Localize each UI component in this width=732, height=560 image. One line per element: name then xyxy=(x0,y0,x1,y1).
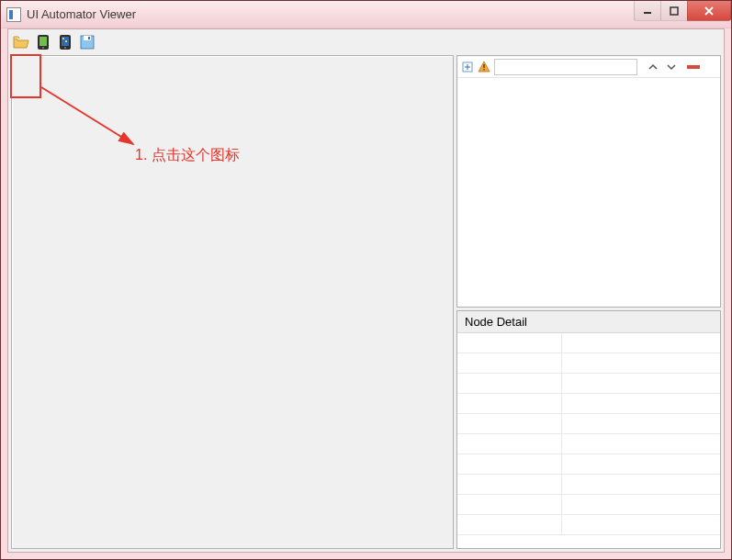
app-window: UI Automator Viewer xyxy=(0,0,732,560)
save-button[interactable] xyxy=(78,33,96,51)
svg-rect-15 xyxy=(483,64,484,68)
table-row xyxy=(457,515,720,535)
device-screenshot-button[interactable] xyxy=(34,33,52,51)
node-detail-pane: Node Detail xyxy=(456,310,721,549)
annotation-text: 1. 点击这个图标 xyxy=(135,146,240,165)
save-icon xyxy=(80,35,95,50)
chevron-down-icon xyxy=(666,62,677,72)
search-prev-button[interactable] xyxy=(647,61,659,73)
minimize-button[interactable] xyxy=(634,1,661,21)
svg-point-4 xyxy=(42,47,44,49)
window-controls xyxy=(635,1,731,21)
node-detail-table[interactable] xyxy=(457,333,720,548)
maximize-button[interactable] xyxy=(660,1,688,21)
device-hierarchy-button[interactable] xyxy=(56,33,74,51)
svg-point-9 xyxy=(64,47,66,49)
minimize-icon xyxy=(643,6,652,16)
hierarchy-tree[interactable] xyxy=(457,78,720,307)
svg-rect-12 xyxy=(88,37,90,39)
svg-line-13 xyxy=(41,87,133,144)
table-row xyxy=(457,454,720,475)
tree-search-input[interactable] xyxy=(494,59,637,75)
close-icon xyxy=(704,6,715,17)
svg-rect-1 xyxy=(670,7,678,15)
window-title: UI Automator Viewer xyxy=(27,7,136,21)
table-row xyxy=(457,495,720,515)
table-row xyxy=(457,414,720,434)
svg-rect-16 xyxy=(483,69,484,70)
device-hierarchy-icon xyxy=(58,34,73,50)
folder-open-icon xyxy=(13,35,29,50)
client-area: 1. 点击这个图标 xyxy=(7,28,725,553)
table-row xyxy=(457,353,720,374)
app-icon xyxy=(6,7,21,22)
close-button[interactable] xyxy=(687,1,731,21)
expand-all-button[interactable] xyxy=(461,61,474,73)
hierarchy-tree-pane xyxy=(456,55,721,308)
toggle-naf-button[interactable] xyxy=(478,61,490,73)
clear-search-button[interactable] xyxy=(687,65,700,69)
table-row xyxy=(457,374,720,394)
table-row xyxy=(457,394,720,414)
svg-rect-8 xyxy=(65,40,67,42)
right-column: Node Detail xyxy=(456,55,721,549)
screenshot-pane[interactable]: 1. 点击这个图标 xyxy=(11,55,454,549)
table-row xyxy=(457,333,720,353)
device-screenshot-icon xyxy=(36,34,51,50)
main-split: 1. 点击这个图标 xyxy=(8,55,724,552)
chevron-up-icon xyxy=(648,62,659,72)
annotation-arrow-icon xyxy=(38,84,148,166)
search-next-button[interactable] xyxy=(665,61,678,73)
toolbar xyxy=(8,29,724,55)
table-row xyxy=(457,475,720,495)
table-row xyxy=(457,434,720,454)
svg-rect-3 xyxy=(39,37,47,46)
annotation-highlight-rect xyxy=(10,54,41,98)
tree-toolbar xyxy=(457,56,720,78)
expand-all-icon xyxy=(462,62,473,73)
open-button[interactable] xyxy=(12,33,30,51)
warning-icon xyxy=(478,61,490,73)
node-detail-title: Node Detail xyxy=(457,311,720,333)
titlebar[interactable]: UI Automator Viewer xyxy=(1,1,731,28)
svg-rect-0 xyxy=(644,12,651,14)
maximize-icon xyxy=(670,6,679,16)
svg-rect-7 xyxy=(62,38,64,39)
